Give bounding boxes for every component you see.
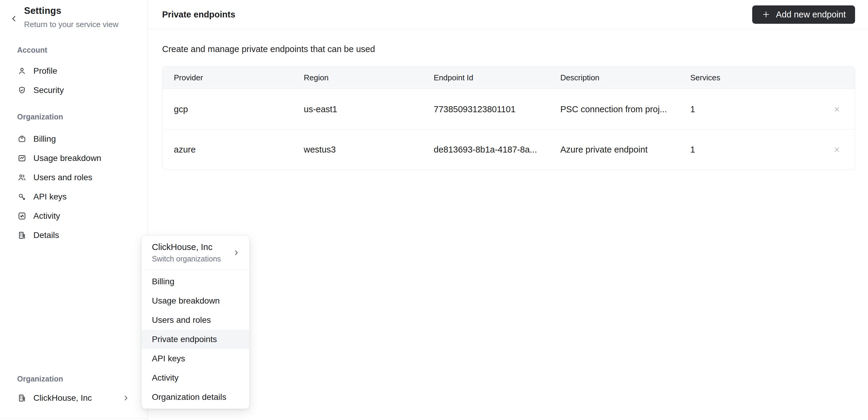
building-icon (18, 231, 27, 240)
popup-org-name: ClickHouse, Inc (152, 242, 221, 252)
cell-description: Azure private endpoint (560, 145, 690, 155)
sidebar-item-label: Activity (33, 211, 60, 221)
table-row: gcp us-east1 77385093123801101 PSC conne… (162, 89, 855, 129)
cell-services: 1 (690, 145, 819, 155)
organization-popup-menu: ClickHouse, Inc Switch organizations Bil… (142, 235, 250, 409)
sidebar-footer: Organization ClickHouse, Inc (0, 374, 147, 408)
plus-icon (762, 10, 771, 19)
table-row: azure westus3 de813693-8b1a-4187-8a... A… (162, 129, 855, 170)
sidebar-title: Settings (24, 5, 61, 16)
cell-region: us-east1 (304, 104, 434, 114)
menu-item-api-keys[interactable]: API keys (142, 349, 249, 368)
menu-item-organization-details[interactable]: Organization details (142, 388, 249, 407)
section-label: Account (0, 45, 147, 55)
column-header-services: Services (690, 73, 819, 83)
section-label: Organization (0, 112, 147, 122)
menu-item-billing[interactable]: Billing (142, 272, 249, 291)
sidebar-item-usage-breakdown[interactable]: Usage breakdown (0, 149, 147, 168)
sidebar-item-api-keys[interactable]: API keys (0, 187, 147, 206)
intro-text: Create and manage private endpoints that… (162, 44, 855, 54)
organization-name: ClickHouse, Inc (33, 393, 92, 403)
sidebar-item-details[interactable]: Details (0, 226, 147, 245)
page-content: Create and manage private endpoints that… (148, 44, 868, 170)
close-icon (833, 146, 841, 153)
chart-frame-icon (18, 154, 27, 163)
organization-switcher[interactable]: ClickHouse, Inc (0, 388, 147, 408)
sidebar-item-activity[interactable]: Activity (0, 206, 147, 226)
cell-provider: gcp (174, 104, 304, 114)
popup-org-subtitle: Switch organizations (152, 254, 221, 263)
sidebar-item-label: API keys (33, 192, 66, 202)
add-new-endpoint-button[interactable]: Add new endpoint (752, 5, 855, 24)
sidebar-section-account: Account Profile Security (0, 45, 147, 100)
sidebar-subtitle: Return to your service view (24, 20, 119, 29)
cell-endpoint-id: 77385093123801101 (434, 104, 560, 114)
sidebar-section-organization: Organization Billing Usage breakdown Use… (0, 112, 147, 245)
cell-provider: azure (174, 145, 304, 155)
building-icon (18, 393, 27, 402)
column-header-region: Region (304, 73, 434, 83)
menu-item-activity[interactable]: Activity (142, 368, 249, 388)
section-label: Organization (0, 374, 147, 384)
sidebar-item-label: Profile (33, 66, 57, 76)
cell-services: 1 (690, 104, 819, 114)
add-button-label: Add new endpoint (776, 10, 846, 20)
sidebar-item-profile[interactable]: Profile (0, 61, 147, 81)
remove-endpoint-button[interactable] (830, 143, 844, 156)
remove-endpoint-button[interactable] (830, 102, 844, 116)
menu-item-usage-breakdown[interactable]: Usage breakdown (142, 291, 249, 310)
page-header: Private endpoints Add new endpoint (148, 0, 868, 29)
sidebar-item-label: Usage breakdown (33, 153, 101, 163)
column-header-endpoint-id: Endpoint Id (434, 73, 560, 83)
chevron-right-icon (232, 249, 240, 257)
cell-region: westus3 (304, 145, 434, 155)
close-icon (833, 106, 841, 113)
private-endpoints-table: Provider Region Endpoint Id Description … (162, 66, 855, 170)
chevron-left-icon (9, 14, 18, 23)
table-header-row: Provider Region Endpoint Id Description … (162, 66, 855, 89)
main-panel: Private endpoints Add new endpoint Creat… (148, 0, 868, 420)
activity-icon (18, 211, 27, 220)
menu-item-users-and-roles[interactable]: Users and roles (142, 310, 249, 330)
sidebar-item-users-and-roles[interactable]: Users and roles (0, 168, 147, 187)
page-title: Private endpoints (162, 10, 235, 20)
sidebar-item-label: Billing (33, 134, 56, 144)
column-header-description: Description (560, 73, 690, 83)
key-icon (18, 192, 27, 201)
popup-org-switcher[interactable]: ClickHouse, Inc Switch organizations (142, 236, 249, 270)
sidebar-item-security[interactable]: Security (0, 81, 147, 100)
back-button[interactable] (8, 12, 20, 25)
cell-description: PSC connection from proj... (560, 104, 690, 114)
users-icon (18, 173, 27, 182)
sidebar-item-label: Users and roles (33, 173, 92, 182)
shield-check-icon (18, 86, 27, 95)
menu-item-private-endpoints[interactable]: Private endpoints (142, 330, 249, 349)
sidebar-item-label: Security (33, 85, 64, 95)
sidebar-item-billing[interactable]: Billing (0, 129, 147, 149)
wallet-icon (18, 134, 27, 144)
cell-endpoint-id: de813693-8b1a-4187-8a... (434, 145, 560, 155)
chevron-right-icon (122, 394, 130, 402)
column-header-provider: Provider (174, 73, 304, 83)
settings-sidebar: Settings Return to your service view Acc… (0, 0, 148, 420)
popup-menu-items: Billing Usage breakdown Users and roles … (142, 270, 249, 409)
sidebar-item-label: Details (33, 231, 59, 240)
user-icon (18, 66, 27, 76)
